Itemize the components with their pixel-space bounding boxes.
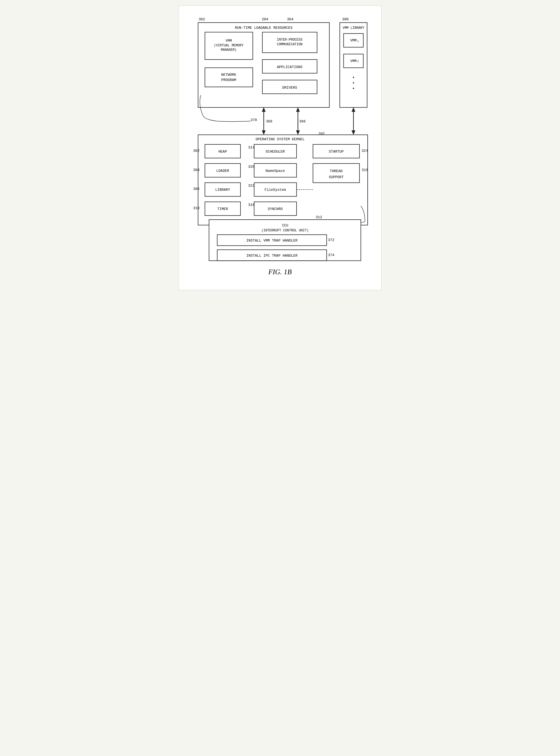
- drivers-label: DRIVERS: [282, 86, 297, 90]
- vmm1-sub: 1: [357, 40, 359, 43]
- ref-306: 306: [193, 187, 199, 191]
- diagram: VMM (VIRTUAL MEMORY MANAGER) INTER-PROCE…: [190, 14, 371, 263]
- ref-368: 368: [266, 119, 272, 123]
- vmm1-label: VMM: [350, 38, 356, 42]
- thread-support-label1: THREAD: [330, 169, 343, 173]
- vmm-desc1: (VIRTUAL MEMORY: [214, 44, 243, 47]
- page: VMM (VIRTUAL MEMORY MANAGER) INTER-PROCE…: [179, 5, 382, 290]
- ipc-label2: COMMUNICATION: [277, 42, 302, 46]
- apps-label: APPLICATIONS: [277, 65, 303, 69]
- arrow-up-vmm-lib: [352, 107, 355, 112]
- ref-322: 322: [248, 183, 254, 188]
- ipc-label1: INTER-PROCESS: [277, 38, 302, 42]
- ref-374: 374: [328, 253, 335, 257]
- heap-label: HEAP: [218, 150, 227, 154]
- icu-title1: ICU: [282, 224, 288, 228]
- ref-372: 372: [328, 238, 334, 242]
- vmm2-sub: 2: [357, 60, 359, 63]
- startup-label: STARTUP: [329, 150, 344, 154]
- ref-302: 302: [193, 149, 199, 153]
- ref-318: 318: [248, 203, 254, 207]
- ref-304: 304: [193, 168, 199, 172]
- ref-316: 316: [362, 168, 368, 172]
- ref-310: 310: [193, 206, 199, 210]
- ref-314: 314: [248, 146, 255, 150]
- dots: •: [352, 75, 355, 80]
- arrow-down-368: [262, 130, 266, 135]
- library-label: LIBRARY: [215, 188, 230, 192]
- ref-312: 312: [316, 215, 322, 219]
- install-ipc-label: INSTALL IPC TRAP HANDLER: [246, 254, 297, 258]
- figure-label: FIG. 1B: [190, 268, 371, 276]
- ref-364: 364: [287, 17, 293, 21]
- network-label2: PROGRAM: [221, 78, 236, 82]
- filesystem-label: FileSystem: [264, 188, 286, 192]
- ref-320: 320: [248, 165, 254, 169]
- install-vmm-label: INSTALL VMM TRAP HANDLER: [246, 238, 297, 243]
- ref-324: 324: [362, 149, 368, 153]
- ref-204: 204: [262, 17, 268, 21]
- arrow-up-368: [262, 107, 266, 112]
- runtime-title: RUN-TIME LOADABLE RESOURCES: [235, 26, 293, 30]
- network-label1: NETWORK: [221, 73, 236, 77]
- vmm-desc2: MANAGER): [221, 48, 236, 52]
- thread-support-label2: SUPPORT: [329, 175, 344, 179]
- ref-362: 362: [198, 17, 205, 21]
- vmm-library-title: VMM LIBRARY: [342, 26, 364, 30]
- timer-label: TIMER: [217, 207, 228, 211]
- ref-366: 366: [299, 119, 305, 123]
- arrow-down-366: [296, 130, 300, 135]
- vmm2-label: VMM: [350, 59, 356, 63]
- synchro-label: SYNCHRO: [267, 207, 283, 211]
- svg-rect-4: [205, 68, 253, 87]
- vmm-label: VMM: [225, 39, 232, 43]
- scheduler-label: SCHEDULER: [266, 150, 285, 154]
- namespace-label: NameSpace: [266, 169, 285, 173]
- icu-title2: (INTERRUPT CONTROL UNIT): [261, 229, 308, 233]
- diagram-svg: VMM (VIRTUAL MEMORY MANAGER) INTER-PROCE…: [190, 14, 371, 261]
- ref-380: 380: [342, 17, 348, 21]
- dots2: •: [352, 81, 355, 86]
- arrow-down-vmm-lib: [352, 130, 355, 135]
- loader-label: LOADER: [216, 169, 229, 173]
- ref-370: 370: [251, 118, 257, 122]
- os-kernel-title: OPERATING SYSTEM KERNEL: [256, 137, 304, 141]
- dots3: •: [352, 86, 355, 91]
- arrow-up-366: [296, 107, 300, 112]
